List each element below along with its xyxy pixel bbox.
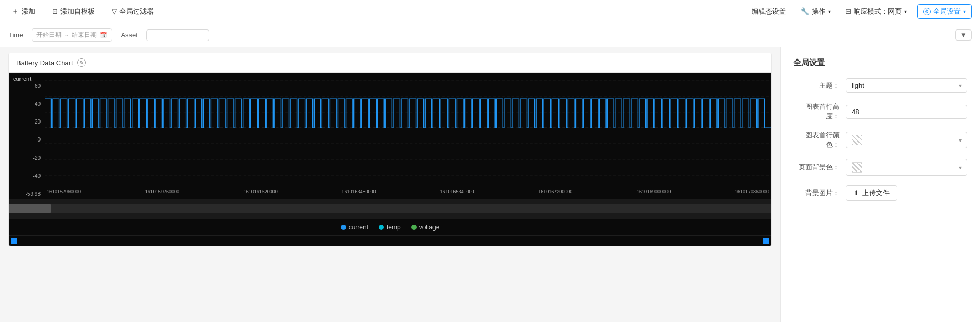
- bg-color-control: ▾: [846, 159, 967, 176]
- x-label-1: 1610159760000: [145, 189, 179, 194]
- start-date-placeholder: 开始日期: [36, 31, 62, 39]
- theme-select-arrow-icon: ▾: [959, 83, 962, 88]
- theme-value: light: [852, 82, 864, 89]
- add-template-button[interactable]: ⊡ 添加自模板: [49, 5, 98, 18]
- legend-label-current: current: [349, 224, 368, 231]
- scrollbar-track: [9, 204, 771, 213]
- form-row-header-color: 图表首行颜色： ▾: [793, 130, 967, 149]
- x-label-2: 1610161620000: [244, 189, 278, 194]
- end-date-placeholder: 结束日期: [72, 31, 97, 39]
- chart-card-title: Battery Data Chart: [16, 59, 73, 67]
- add-template-label: 添加自模板: [60, 7, 95, 16]
- x-label-6: 1610169000000: [637, 189, 671, 194]
- chart-svg-area: [45, 73, 771, 183]
- form-row-bg-image: 背景图片： ⬆ 上传文件: [793, 185, 967, 201]
- chart-y-axis: 60 40 20 0 -20 -40 -59.98: [9, 73, 45, 199]
- resize-handle: [9, 235, 771, 246]
- collapse-button[interactable]: ▼: [955, 29, 972, 41]
- x-label-4: 1610165340000: [440, 189, 474, 194]
- chart-edit-icon[interactable]: ✎: [77, 58, 86, 67]
- global-settings-button[interactable]: ⚙ 全局设置 ▾: [917, 4, 972, 19]
- theme-label: 主题：: [793, 81, 846, 90]
- add-label: 添加: [22, 7, 35, 16]
- x-label-7: 1610170860000: [735, 189, 769, 194]
- operations-chevron: ▾: [828, 8, 831, 14]
- top-toolbar: ＋ 添加 ⊡ 添加自模板 ▽ 全局过滤器 编辑态设置 🔧 操作 ▾ ⊟ 响应模式…: [0, 0, 980, 23]
- legend-label-voltage: voltage: [419, 224, 440, 231]
- main-content: Battery Data Chart ✎ current 60 40 20 0 …: [0, 47, 980, 322]
- theme-control: light ▾: [846, 78, 967, 93]
- bg-color-label: 页面背景色：: [793, 163, 846, 172]
- legend-dot-current: [341, 225, 346, 230]
- resize-corner-left[interactable]: [11, 238, 17, 244]
- x-label-3: 1610163480000: [342, 189, 376, 194]
- template-icon: ⊡: [52, 7, 58, 15]
- legend-item-voltage: voltage: [411, 224, 440, 231]
- date-separator: ~: [65, 32, 68, 39]
- bg-color-select[interactable]: ▾: [846, 159, 967, 176]
- operations-label: 操作: [812, 7, 825, 16]
- y-label-40: 40: [11, 101, 43, 107]
- responsive-mode-button[interactable]: ⊟ 响应模式：网页 ▾: [841, 5, 911, 18]
- form-row-header-height: 图表首行高度：: [793, 102, 967, 121]
- bg-image-label: 背景图片：: [793, 188, 846, 198]
- collapse-arrow-icon: ▼: [960, 31, 967, 39]
- scrollbar-thumb[interactable]: [9, 204, 51, 213]
- resize-corner-right[interactable]: [763, 238, 769, 244]
- global-settings-label: 全局设置: [933, 7, 961, 16]
- chart-visualization: current 60 40 20 0 -20 -40 -59.98: [9, 73, 771, 199]
- form-row-theme: 主题： light ▾: [793, 78, 967, 93]
- bg-color-preview: [852, 162, 862, 173]
- calendar-icon: 📅: [100, 32, 107, 38]
- settings-circle-icon: ⚙: [923, 8, 931, 15]
- asset-label: Asset: [120, 31, 138, 39]
- header-color-select[interactable]: ▾: [846, 132, 967, 148]
- x-label-5: 1610167200000: [538, 189, 572, 194]
- asset-input[interactable]: [146, 29, 209, 41]
- y-label-20: 20: [11, 119, 43, 125]
- chart-card: Battery Data Chart ✎ current 60 40 20 0 …: [8, 53, 772, 246]
- legend-item-current: current: [341, 224, 368, 231]
- add-button[interactable]: ＋ 添加: [8, 5, 38, 18]
- time-label: Time: [8, 31, 23, 39]
- header-height-input[interactable]: [846, 105, 967, 119]
- global-settings-chevron: ▾: [963, 8, 966, 14]
- legend-label-temp: temp: [387, 224, 401, 231]
- y-label-neg40: -40: [11, 173, 43, 179]
- bg-color-arrow-icon: ▾: [959, 165, 962, 170]
- legend-dot-temp: [379, 225, 384, 230]
- global-filter-button[interactable]: ▽ 全局过滤器: [108, 5, 157, 18]
- global-filter-label: 全局过滤器: [119, 7, 154, 16]
- edit-settings-button[interactable]: 编辑态设置: [747, 5, 790, 18]
- header-height-control: [846, 105, 967, 119]
- key-icon: 🔧: [801, 7, 809, 15]
- y-label-neg5998: -59.98: [11, 191, 43, 197]
- header-color-label: 图表首行颜色：: [793, 130, 846, 149]
- chart-card-header: Battery Data Chart ✎: [9, 53, 771, 73]
- bg-image-control: ⬆ 上传文件: [846, 185, 967, 201]
- form-row-bg-color: 页面背景色： ▾: [793, 159, 967, 176]
- upload-icon: ⬆: [854, 189, 859, 197]
- chart-scrollbar[interactable]: [9, 199, 771, 219]
- toolbar-left: ＋ 添加 ⊡ 添加自模板 ▽ 全局过滤器: [8, 5, 157, 18]
- chart-area: Battery Data Chart ✎ current 60 40 20 0 …: [0, 47, 780, 322]
- monitor-icon: ⊟: [845, 7, 851, 15]
- theme-select[interactable]: light ▾: [846, 78, 967, 93]
- chart-legend: current temp voltage: [9, 219, 771, 235]
- chart-inner-title: current: [13, 76, 31, 82]
- date-range-picker[interactable]: 开始日期 ~ 结束日期 📅: [32, 28, 112, 42]
- responsive-label: 响应模式：网页: [854, 7, 902, 16]
- legend-dot-voltage: [411, 225, 417, 230]
- upload-file-button[interactable]: ⬆ 上传文件: [846, 185, 897, 201]
- x-label-0: 1610157960000: [47, 189, 81, 194]
- panel-title: 全局设置: [793, 58, 967, 68]
- y-label-0: 0: [11, 137, 43, 143]
- filter-icon: ▽: [112, 7, 117, 15]
- chart-x-axis: 1610157960000 1610159760000 161016162000…: [45, 184, 771, 199]
- legend-item-temp: temp: [379, 224, 401, 231]
- chart-svg: [45, 73, 771, 183]
- operations-button[interactable]: 🔧 操作 ▾: [796, 5, 835, 18]
- y-label-60: 60: [11, 83, 43, 89]
- plus-icon: ＋: [12, 7, 19, 16]
- y-label-neg20: -20: [11, 155, 43, 161]
